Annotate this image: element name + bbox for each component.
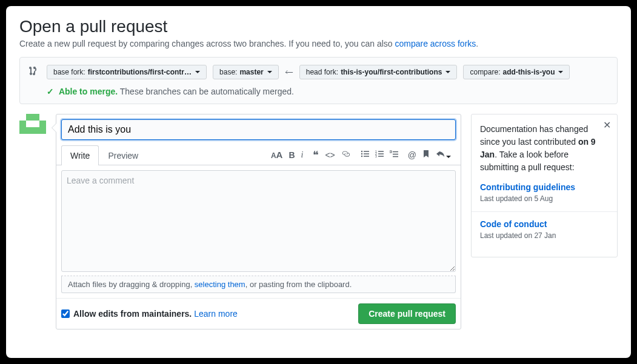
svg-rect-5	[364, 156, 369, 157]
head-fork-selector[interactable]: head fork: this-is-you/first-contributio…	[299, 65, 458, 79]
svg-rect-9	[378, 153, 384, 154]
attach-hint[interactable]: Attach files by dragging & dropping, sel…	[61, 276, 456, 293]
allow-edits-checkbox[interactable]	[61, 309, 70, 318]
svg-rect-14	[393, 154, 398, 155]
arrow-left-icon: 🡐	[285, 67, 293, 77]
pr-form: Write Preview AA B i ❝ <>	[56, 114, 461, 329]
learn-more-link[interactable]: Learn more	[194, 309, 238, 319]
italic-icon[interactable]: i	[301, 150, 304, 160]
svg-point-4	[361, 156, 362, 157]
avatar	[19, 114, 46, 141]
ul-icon[interactable]	[361, 150, 369, 160]
svg-point-0	[361, 151, 362, 152]
close-icon[interactable]: ✕	[603, 119, 611, 131]
page-title: Open a pull request	[19, 17, 618, 36]
svg-rect-3	[364, 153, 369, 154]
mention-icon[interactable]: @	[408, 150, 416, 160]
bookmark-icon[interactable]	[422, 150, 430, 160]
svg-point-2	[361, 153, 362, 154]
compare-box: base fork: firstcontributions/first-cont…	[19, 57, 618, 104]
heading-icon[interactable]: AA	[271, 150, 283, 160]
bold-icon[interactable]: B	[288, 150, 295, 160]
svg-rect-11	[378, 156, 384, 157]
select-files-link[interactable]: selecting them	[195, 280, 245, 289]
conduct-meta: Last updated on 27 Jan	[480, 231, 609, 240]
svg-text:3: 3	[375, 154, 377, 158]
base-branch-selector[interactable]: base: master	[213, 65, 279, 79]
compare-icon	[28, 66, 38, 78]
docs-notice-sidebar: ✕ Documentation has changed since you la…	[471, 114, 618, 257]
caret-down-icon	[558, 71, 563, 73]
svg-rect-1	[364, 151, 369, 152]
tab-write[interactable]: Write	[61, 145, 99, 165]
quote-icon[interactable]: ❝	[313, 151, 319, 159]
reply-icon[interactable]	[436, 150, 451, 160]
comment-textarea[interactable]	[61, 170, 456, 272]
svg-rect-12	[390, 151, 392, 153]
divider	[472, 211, 617, 212]
pr-title-input[interactable]	[61, 119, 456, 140]
create-pr-button[interactable]: Create pull request	[358, 303, 456, 324]
page-subtitle: Create a new pull request by comparing c…	[19, 39, 618, 48]
ol-icon[interactable]: 123	[375, 150, 384, 160]
merge-status: ✓ Able to merge. These branches can be a…	[28, 87, 609, 96]
contributing-link[interactable]: Contributing guidelines	[480, 182, 609, 192]
notice-text: Documentation has changed since you last…	[480, 123, 609, 174]
caret-down-icon	[195, 71, 200, 73]
check-icon: ✓	[47, 87, 54, 96]
base-fork-selector[interactable]: base fork: firstcontributions/first-cont…	[47, 65, 207, 79]
code-icon[interactable]: <>	[325, 150, 335, 160]
compare-branch-selector[interactable]: compare: add-this-is-you	[463, 65, 570, 79]
svg-rect-13	[393, 151, 398, 153]
markdown-toolbar: AA B i ❝ <>	[271, 150, 456, 160]
svg-rect-7	[378, 151, 384, 152]
caret-down-icon	[445, 71, 450, 73]
contributing-meta: Last updated on 5 Aug	[480, 194, 609, 203]
compare-forks-link[interactable]: compare across forks	[395, 39, 476, 48]
svg-rect-15	[393, 156, 398, 157]
caret-down-icon	[267, 71, 272, 73]
conduct-link[interactable]: Code of conduct	[480, 219, 609, 229]
link-icon[interactable]	[341, 150, 351, 160]
tab-preview[interactable]: Preview	[99, 145, 147, 165]
task-icon[interactable]	[390, 150, 398, 160]
allow-edits-label[interactable]: Allow edits from maintainers.	[61, 309, 192, 319]
